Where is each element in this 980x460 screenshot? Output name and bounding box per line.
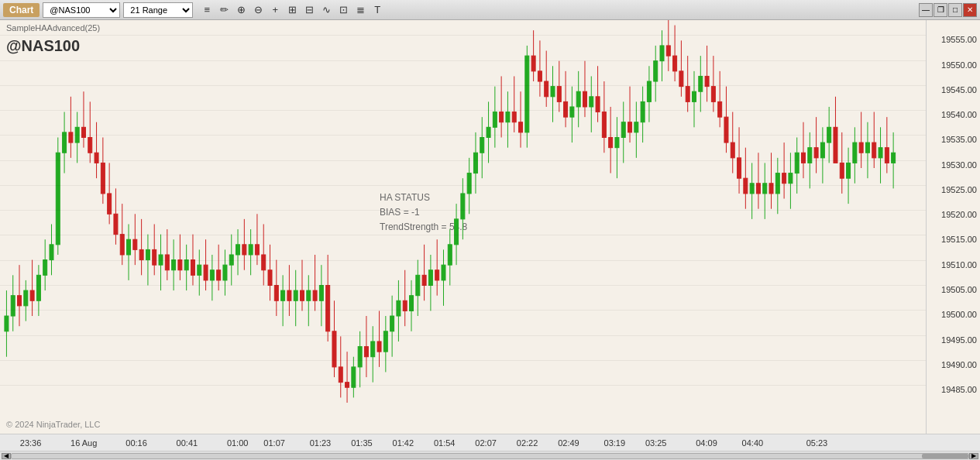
time-label: 05:23 — [806, 438, 828, 448]
chart-container: SampleHAAdvanced(25) @NAS100 HA STATUS B… — [0, 20, 980, 460]
text-icon[interactable]: T — [370, 2, 385, 18]
price-label: 19525.00 — [941, 185, 977, 194]
svg-rect-215 — [692, 91, 696, 101]
svg-rect-221 — [711, 87, 715, 102]
svg-rect-89 — [287, 290, 291, 300]
time-label: 03:19 — [604, 438, 626, 448]
list-icon[interactable]: ≣ — [352, 2, 368, 18]
svg-rect-87 — [281, 290, 285, 300]
svg-rect-171 — [551, 87, 555, 97]
svg-rect-247 — [795, 153, 799, 173]
restore-button[interactable]: ❐ — [934, 3, 947, 17]
svg-rect-269 — [865, 142, 869, 153]
price-label: 19545.00 — [941, 85, 977, 94]
time-label: 01:35 — [351, 438, 373, 448]
price-label: 19510.00 — [941, 260, 977, 269]
scroll-right-button[interactable]: ▶ — [969, 453, 978, 459]
svg-rect-13 — [43, 260, 47, 276]
svg-rect-127 — [410, 296, 414, 311]
svg-rect-117 — [377, 342, 381, 352]
svg-rect-243 — [782, 173, 786, 184]
price-label: 19495.00 — [941, 335, 977, 345]
price-label: 19550.00 — [941, 60, 977, 70]
svg-rect-203 — [654, 61, 658, 81]
time-label: 01:07 — [263, 438, 285, 448]
svg-rect-63 — [204, 265, 208, 280]
zoom-in-icon[interactable]: ⊕ — [233, 2, 249, 18]
svg-rect-169 — [545, 81, 548, 97]
range-dropdown[interactable]: 21 Range — [123, 2, 193, 18]
svg-rect-135 — [435, 270, 439, 280]
compare-icon[interactable]: ⊟ — [301, 2, 317, 18]
svg-rect-165 — [531, 56, 535, 71]
maximize-button[interactable]: □ — [948, 3, 962, 17]
svg-rect-121 — [390, 316, 394, 331]
add-icon[interactable]: + — [267, 2, 283, 18]
properties-icon[interactable]: ⊞ — [284, 2, 300, 18]
title-bar: Chart @NAS100 21 Range ≡ ✏ ⊕ ⊖ + ⊞ ⊟ ∿ ⊡… — [0, 0, 980, 20]
svg-rect-163 — [525, 56, 529, 132]
svg-rect-97 — [313, 290, 317, 300]
scrollbar[interactable]: ◀ ▶ — [0, 451, 980, 460]
time-label: 02:49 — [558, 438, 579, 448]
time-label: 00:16 — [126, 438, 147, 448]
svg-rect-15 — [50, 245, 53, 260]
svg-rect-249 — [802, 153, 806, 163]
scroll-left-button[interactable]: ◀ — [2, 453, 11, 459]
price-label: 19540.00 — [941, 110, 977, 119]
svg-rect-189 — [609, 137, 613, 147]
svg-rect-157 — [506, 112, 510, 122]
svg-rect-33 — [108, 194, 112, 214]
svg-rect-93 — [300, 290, 304, 300]
svg-rect-25 — [81, 127, 85, 137]
close-button[interactable]: ✕ — [963, 3, 977, 17]
svg-rect-51 — [165, 255, 169, 270]
svg-rect-9 — [30, 290, 34, 300]
svg-rect-153 — [493, 112, 497, 128]
svg-rect-115 — [371, 342, 375, 357]
svg-rect-211 — [679, 71, 683, 87]
svg-rect-37 — [120, 235, 124, 255]
svg-rect-17 — [56, 153, 60, 245]
scrollbar-track[interactable] — [11, 453, 969, 459]
wave-icon[interactable]: ∿ — [318, 2, 334, 18]
svg-rect-183 — [590, 97, 593, 107]
svg-rect-173 — [557, 87, 561, 102]
svg-rect-151 — [487, 127, 490, 137]
svg-rect-245 — [789, 173, 793, 184]
price-label: 19530.00 — [941, 160, 977, 170]
minimize-button[interactable]: — — [919, 3, 933, 17]
svg-rect-231 — [744, 178, 748, 194]
grid-icon[interactable]: ⊡ — [335, 2, 351, 18]
svg-rect-277 — [892, 153, 896, 163]
svg-rect-3 — [11, 296, 15, 316]
svg-rect-207 — [666, 46, 670, 56]
svg-rect-81 — [262, 255, 266, 270]
svg-rect-43 — [139, 249, 143, 259]
svg-rect-85 — [274, 286, 278, 301]
symbol-dropdown[interactable]: @NAS100 — [43, 2, 120, 18]
svg-rect-149 — [480, 137, 484, 153]
time-label: 23:36 — [20, 438, 42, 448]
svg-rect-205 — [660, 46, 664, 61]
svg-rect-31 — [101, 163, 105, 194]
scrollbar-thumb[interactable] — [922, 454, 968, 458]
svg-rect-155 — [500, 112, 504, 122]
price-label: 19555.00 — [941, 35, 977, 44]
time-label: 02:07 — [475, 438, 497, 448]
svg-rect-187 — [602, 112, 606, 138]
bar-type-icon[interactable]: ≡ — [199, 2, 215, 18]
svg-rect-191 — [615, 137, 619, 147]
svg-rect-131 — [422, 275, 426, 285]
time-label: 00:41 — [177, 438, 198, 448]
chart-tab[interactable]: Chart — [3, 3, 40, 17]
svg-rect-61 — [198, 265, 201, 275]
draw-icon[interactable]: ✏ — [216, 2, 232, 18]
svg-rect-209 — [673, 56, 677, 71]
price-label: 19535.00 — [941, 135, 977, 144]
zoom-out-icon[interactable]: ⊖ — [250, 2, 266, 18]
svg-rect-1 — [5, 316, 9, 331]
svg-rect-39 — [127, 239, 131, 255]
price-label: 19485.00 — [941, 385, 977, 394]
svg-rect-53 — [172, 260, 176, 270]
